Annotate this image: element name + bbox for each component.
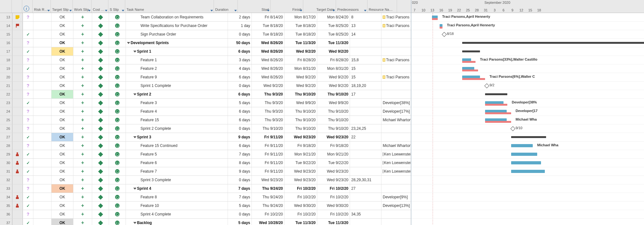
target-date-cell[interactable]: Mon 8/24/20: [317, 13, 350, 21]
work-slip-cell[interactable]: +: [73, 90, 92, 98]
risk-header[interactable]: Risk Ranking: [33, 0, 51, 13]
task-name-cell[interactable]: Feature 2: [126, 64, 228, 73]
row-number[interactable]: 17: [0, 47, 12, 56]
target-slip-cell[interactable]: OK: [51, 210, 73, 218]
start-cell[interactable]: Wed 8/26/20: [252, 64, 284, 73]
gantt-row[interactable]: Traci Parsons[33%],Walter Castillo: [411, 56, 644, 64]
resource-cell[interactable]: [381, 133, 411, 141]
s-slip-cell[interactable]: [109, 56, 126, 64]
work-slip-cell[interactable]: +: [73, 150, 92, 158]
chevron-down-icon[interactable]: [88, 10, 91, 11]
finish-cell[interactable]: Fri 9/18/20: [284, 142, 317, 150]
collapse-icon[interactable]: [133, 136, 136, 138]
task-name-cell[interactable]: Feature 1: [126, 56, 228, 64]
target-slip-cell[interactable]: OK: [51, 159, 73, 167]
gantt-bar[interactable]: [511, 144, 533, 147]
resource-names-header[interactable]: Resource Names: [367, 0, 397, 13]
task-name-cell[interactable]: Feature 6: [126, 159, 228, 167]
cost-slip-cell[interactable]: [92, 219, 109, 225]
resource-cell[interactable]: Ken Loewenstein: [381, 167, 411, 175]
target-date-cell[interactable]: Mon 9/21/20: [317, 150, 350, 158]
risk-icon-cell[interactable]: [23, 47, 33, 56]
work-slip-cell[interactable]: +: [73, 210, 92, 218]
predecessors-header[interactable]: Predecessors: [336, 0, 367, 13]
s-slip-header[interactable]: S Slip: [108, 0, 125, 13]
predecessors-cell[interactable]: 15: [350, 73, 381, 81]
row-number[interactable]: 25: [0, 116, 12, 124]
row-number[interactable]: 14: [0, 22, 12, 30]
table-row[interactable]: 25 ? OK + Feature 15 6 days Thu 9/3/20 T…: [0, 116, 411, 124]
indicator-cell[interactable]: [12, 99, 23, 107]
table-row[interactable]: 21 ? OK + Sprint 1 Complete 0 days Wed 9…: [0, 82, 411, 90]
duration-cell[interactable]: 5 days: [228, 219, 252, 225]
resource-cell[interactable]: [381, 90, 411, 98]
resource-cell[interactable]: [381, 64, 411, 73]
row-number[interactable]: 19: [0, 64, 12, 73]
work-slip-cell[interactable]: +: [73, 202, 92, 210]
row-number[interactable]: 27: [0, 133, 12, 141]
cost-slip-cell[interactable]: [92, 22, 109, 30]
target-slip-cell[interactable]: OK: [51, 22, 73, 30]
table-row[interactable]: 37 OK + Backlog 5 days Wed 10/28/20 Tue …: [0, 219, 411, 225]
resource-cell[interactable]: Traci Parsons: [381, 22, 411, 30]
work-slip-cell[interactable]: +: [73, 219, 92, 225]
finish-cell[interactable]: Fri 8/28/20: [284, 56, 317, 64]
row-number[interactable]: 28: [0, 142, 12, 150]
predecessors-cell[interactable]: 17: [350, 90, 381, 98]
row-number[interactable]: 15: [0, 30, 12, 38]
predecessors-cell[interactable]: [350, 142, 381, 150]
target-date-cell[interactable]: Wed 9/2/20: [317, 47, 350, 56]
cost-slip-header[interactable]: Cost Slip: [92, 0, 108, 13]
row-number[interactable]: 37: [0, 219, 12, 225]
work-slip-cell[interactable]: +: [73, 73, 92, 81]
indicator-cell[interactable]: [12, 107, 23, 116]
s-slip-cell[interactable]: [109, 124, 126, 133]
resource-cell[interactable]: [381, 124, 411, 133]
chevron-down-icon[interactable]: [47, 10, 50, 11]
risk-icon-cell[interactable]: [23, 64, 33, 73]
risk-icon-cell[interactable]: [23, 150, 33, 158]
indicator-cell[interactable]: [12, 159, 23, 167]
cost-slip-cell[interactable]: [92, 90, 109, 98]
s-slip-cell[interactable]: [109, 13, 126, 21]
duration-cell[interactable]: 0 days: [228, 210, 252, 218]
indicator-cell[interactable]: [12, 73, 23, 81]
table-row[interactable]: 36 ? OK + Sprint 4 Complete 0 days Fri 1…: [0, 210, 411, 219]
table-row[interactable]: 27 OK + Sprint 3 9 days Fri 9/11/20 Wed …: [0, 133, 411, 142]
target-slip-cell[interactable]: OK: [51, 13, 73, 21]
table-row[interactable]: 35 OK + Feature 10 5 days Thu 9/24/20 We…: [0, 202, 411, 210]
gantt-row[interactable]: [411, 133, 644, 142]
risk-icon-cell[interactable]: [23, 193, 33, 201]
cost-slip-cell[interactable]: [92, 116, 109, 124]
row-number[interactable]: 16: [0, 39, 12, 47]
row-number[interactable]: 23: [0, 99, 12, 107]
work-slip-cell[interactable]: +: [73, 184, 92, 193]
target-slip-header[interactable]: Target Slip: [51, 0, 73, 13]
collapse-icon[interactable]: [133, 222, 136, 224]
collapse-icon[interactable]: [127, 42, 130, 44]
gantt-row[interactable]: Developer[38%: [411, 99, 644, 107]
summary-bar[interactable]: [485, 93, 507, 95]
finish-cell[interactable]: Wed 9/9/20: [284, 99, 317, 107]
risk-icon-cell[interactable]: [23, 99, 33, 107]
risk-ranking-cell[interactable]: [33, 47, 51, 56]
risk-ranking-cell[interactable]: [33, 22, 51, 30]
gantt-bar-late[interactable]: [485, 104, 507, 106]
predecessors-cell[interactable]: [350, 107, 381, 116]
target-date-cell[interactable]: Wed 9/30/20: [317, 202, 350, 210]
resource-cell[interactable]: Developer[9%]: [381, 193, 411, 201]
work-slip-cell[interactable]: +: [73, 22, 92, 30]
summary-bar[interactable]: [462, 50, 480, 52]
target-slip-cell[interactable]: OK: [51, 167, 73, 175]
task-name-cell[interactable]: Sprint 4 Complete: [126, 210, 228, 218]
duration-cell[interactable]: 9 days: [228, 133, 252, 141]
duration-cell[interactable]: 6 days: [228, 73, 252, 81]
gantt-bar[interactable]: [511, 161, 541, 164]
duration-cell[interactable]: 2 days: [228, 13, 252, 21]
target-slip-cell[interactable]: OK: [51, 184, 73, 193]
risk-ranking-cell[interactable]: [33, 219, 51, 225]
predecessors-cell[interactable]: 34,35: [350, 210, 381, 218]
start-cell[interactable]: Thu 9/3/20: [252, 99, 284, 107]
task-name-cell[interactable]: Feature 15 Continued: [126, 142, 228, 150]
target-date-cell[interactable]: Tue 8/25/20: [317, 22, 350, 30]
